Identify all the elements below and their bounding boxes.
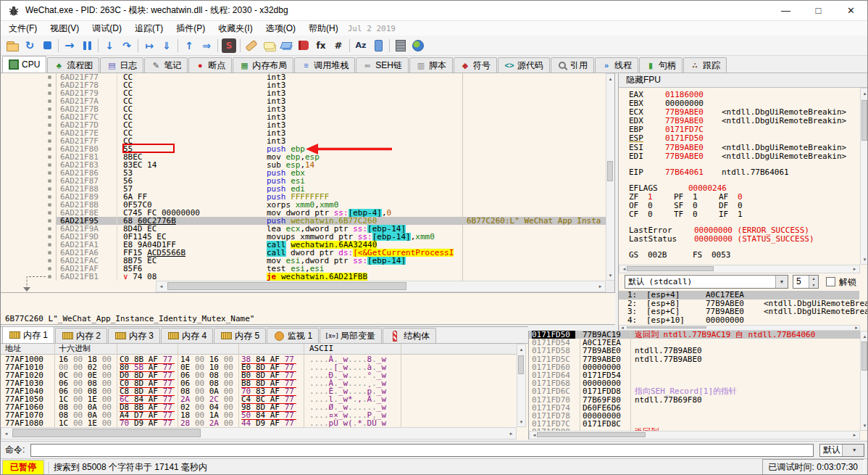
chevron-down-icon[interactable]: ▼ [775, 276, 788, 288]
toolbar-button-step-out[interactable]: ⇓ [158, 37, 175, 54]
disasm-vscrollbar-down-icon[interactable]: ▾ [606, 270, 614, 280]
tab-references[interactable]: 引用 [551, 57, 594, 73]
disasm-vscrollbar-up-icon[interactable]: ▴ [606, 74, 614, 83]
tab-script[interactable]: ▥脚本 [409, 57, 453, 73]
menu-item-debug[interactable]: 调试(D) [85, 21, 128, 36]
tab-log[interactable]: ▤日志 [100, 57, 143, 73]
tab-dump2[interactable]: 内存 2 [55, 328, 107, 343]
registers-hscrollbar-right-icon[interactable]: ▸ [850, 265, 859, 273]
segment-registers-row[interactable]: GS002BFS0053 [619, 251, 859, 260]
menu-item-trace[interactable]: 追踪(T) [128, 21, 170, 36]
disasm-hscrollbar-right-icon[interactable]: ▸ [596, 281, 605, 292]
tab-trace[interactable]: ∴跟踪 [683, 57, 727, 73]
menu-item-help[interactable]: 帮助(H) [302, 21, 345, 36]
chevron-down-icon[interactable]: ▼ [842, 445, 864, 456]
tab-threads[interactable]: »线程 [595, 57, 638, 73]
arguments-hscrollbar[interactable]: ◂▸ [619, 325, 860, 331]
stack-hscrollbar-right-icon[interactable]: ▸ [850, 431, 859, 439]
disassembly-pane[interactable]: 6AD21F77CCint36AD21F78CCint36AD21F79CCin… [1, 73, 615, 292]
dump-hscrollbar-thumb[interactable] [12, 429, 201, 437]
toolbar-button-comments[interactable] [260, 37, 277, 54]
menu-item-plugins[interactable]: 插件(P) [170, 21, 212, 36]
tab-breakpoints[interactable]: ●断点 [188, 57, 232, 73]
toolbar-button-calculator[interactable] [392, 37, 409, 54]
disasm-vscrollbar-thumb[interactable] [607, 161, 613, 181]
calling-convention-select[interactable]: 默认 (stdcall) ▼ [625, 275, 788, 289]
tab-dump3[interactable]: 内存 3 [108, 328, 160, 343]
registers-pane[interactable]: 隐藏FPU EAX01186000EBX00000000ECX77B9ABE0<… [618, 73, 868, 331]
toolbar-button-favourites[interactable] [295, 37, 312, 54]
disasm-vscrollbar[interactable]: ▴▾ [606, 73, 615, 281]
command-profile-select[interactable]: 默认 ▼ [819, 444, 864, 457]
toolbar-button-run-to-user-code[interactable]: ⇒ [198, 37, 215, 54]
command-input[interactable] [30, 444, 814, 457]
toolbar-button-stop[interactable] [38, 37, 56, 54]
dump-vscrollbar-thumb[interactable] [518, 355, 524, 374]
close-button[interactable]: ✕ [835, 1, 867, 20]
hide-fpu-button[interactable]: 隐藏FPU [619, 73, 868, 88]
stack-vscrollbar-up-icon[interactable]: ▴ [861, 331, 868, 341]
stack-hscrollbar-thumb[interactable] [537, 432, 646, 437]
stack-vscrollbar-thumb[interactable] [861, 342, 867, 371]
dump-vscrollbar[interactable]: ▴▾ [517, 344, 526, 427]
disasm-hscrollbar-left-icon[interactable]: ◂ [157, 281, 166, 292]
tab-dump4[interactable]: 内存 4 [161, 328, 213, 343]
toolbar-button-pause[interactable] [78, 37, 96, 54]
arguments-hscrollbar-left-icon[interactable]: ◂ [619, 326, 625, 330]
register-row-ebp[interactable]: EBP0171FD7C [619, 125, 859, 134]
tab-watch1[interactable]: 监视 1 [267, 328, 319, 343]
dump-hscrollbar[interactable]: ◂▸ [1, 427, 517, 439]
maximize-button[interactable]: □ [802, 1, 835, 20]
menu-item-view[interactable]: 视图(V) [43, 21, 85, 36]
spin-down-icon[interactable]: ▼ [809, 282, 818, 289]
stack-hscrollbar[interactable]: ◂▸ [529, 431, 860, 439]
registers-vscrollbar-down-icon[interactable]: ▾ [861, 255, 868, 264]
spin-up-icon[interactable]: ▲ [809, 276, 818, 282]
flags-row[interactable]: CF0TF0IF1 [619, 210, 859, 219]
register-row-edx[interactable]: EDX77B9ABE0<ntdll.DbgUiRemoteBreakin> [619, 117, 859, 125]
stack-vscrollbar-down-icon[interactable]: ▾ [861, 421, 868, 430]
toolbar-button-patches[interactable] [243, 37, 260, 54]
disasm-row[interactable]: 6AD21FB1∨ 74 08je wechatwin.6AD21FBB [1, 273, 614, 281]
toolbar-button-phone[interactable] [370, 37, 387, 54]
toolbar-button-restart[interactable]: ↻ [21, 37, 38, 54]
arguments-hscrollbar-right-icon[interactable]: ▸ [854, 326, 859, 330]
register-row-eip[interactable]: EIP77B64061ntdll.77B64061 [619, 168, 859, 177]
registers-vscrollbar[interactable]: ▴▾ [860, 88, 868, 265]
registers-hscrollbar-thumb[interactable] [627, 266, 714, 271]
toolbar-button-hash[interactable]: # [330, 37, 347, 54]
tab-call-stack[interactable]: ≡调用堆栈 [294, 57, 355, 73]
register-row-edi[interactable]: EDI77B9ABE0<ntdll.DbgUiRemoteBreakin> [619, 152, 859, 161]
register-row-eax[interactable]: EAX01186000 [619, 91, 859, 99]
toolbar-button-scylla[interactable]: S [220, 37, 238, 54]
arguments-hscrollbar-thumb[interactable] [627, 326, 706, 329]
toolbar-button-globe[interactable] [409, 37, 427, 54]
tab-struct[interactable]: 结构体 [383, 328, 436, 343]
toolbar-button-step-into[interactable]: ↓ [101, 37, 118, 54]
tab-dump5[interactable]: 内存 5 [214, 328, 266, 343]
menu-item-options[interactable]: 选项(O) [259, 21, 302, 36]
tab-handles[interactable]: ▮句柄 [639, 57, 683, 73]
toolbar-button-step-over[interactable]: ↷ [118, 37, 135, 54]
tab-source[interactable]: <>源代码 [498, 57, 550, 73]
dump-hscrollbar-right-icon[interactable]: ▸ [506, 428, 516, 439]
dump-vscrollbar-down-icon[interactable]: ▾ [517, 417, 525, 426]
menu-item-file[interactable]: 文件(F) [2, 21, 43, 36]
tab-graph[interactable]: ♣流程图 [47, 57, 99, 73]
registers-hscrollbar[interactable]: ◂▸ [619, 265, 860, 273]
dump-hscrollbar-left-icon[interactable]: ◂ [1, 428, 11, 439]
toolbar-button-functions[interactable]: fx [312, 37, 330, 54]
unlock-checkbox[interactable] [826, 277, 835, 286]
registers-vscrollbar-thumb[interactable] [861, 100, 867, 141]
registers-vscrollbar-up-icon[interactable]: ▴ [861, 88, 868, 98]
stack-vscrollbar[interactable]: ▴▾ [860, 331, 868, 431]
tab-dump1[interactable]: 内存 1 [2, 326, 54, 343]
disasm-hscrollbar[interactable]: ◂▸ [156, 281, 606, 292]
tab-notes[interactable]: ✎笔记 [144, 57, 188, 73]
toolbar-button-labels[interactable] [277, 37, 295, 54]
tab-seh-chain[interactable]: ∞SEH链 [356, 57, 409, 73]
last-status-row[interactable]: LastStatus00000000 (STATUS_SUCCESS) [619, 235, 859, 244]
menu-item-favourites[interactable]: 收藏夹(I) [212, 21, 259, 36]
disasm-hscrollbar-thumb[interactable] [167, 282, 406, 290]
toolbar-button-run[interactable]: → [61, 37, 78, 54]
